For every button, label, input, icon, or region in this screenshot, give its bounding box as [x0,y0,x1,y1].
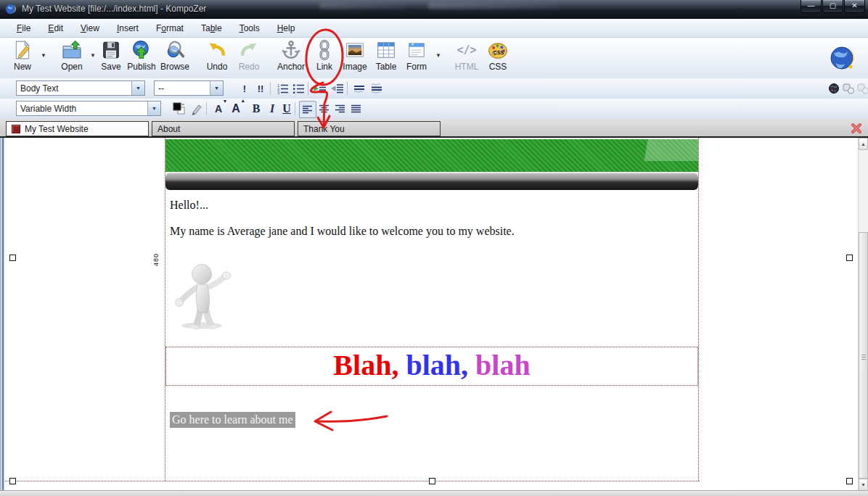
menu-insert[interactable]: Insert [110,21,145,36]
form-dropdown-arrow[interactable]: ▼ [435,52,441,59]
hello-text: Hello!... [170,199,208,212]
table-bottom-border [5,481,700,481]
paragraph-format-value: Body Text [17,81,131,95]
paragraph-spacing-button[interactable] [369,80,385,96]
preview-mode-button[interactable] [826,80,842,96]
css-palette-icon: CSS [488,40,508,60]
menu-help[interactable]: Help [271,21,302,36]
tab-thank-you[interactable]: Thank You [298,121,441,136]
align-center-button[interactable] [316,101,332,117]
emphasis-button[interactable]: ! [237,80,253,96]
decrease-font-button[interactable]: A▾ [210,101,226,117]
minimize-button[interactable]: — [801,0,822,13]
toolbar-separator [206,102,207,115]
scroll-down-icon[interactable]: ▼ [859,479,868,490]
align-right-button[interactable] [332,101,348,117]
main-toolbar: New ▼ Open ▼ Save [0,38,868,79]
scrollbar-grip [861,355,866,355]
align-left-button[interactable] [299,101,316,118]
numbered-list-icon: 1 2 3 [277,83,289,94]
blah-word-1: Blah, [333,349,398,381]
tab-my-test-website[interactable]: My Test Website [6,121,149,136]
selection-handle[interactable] [429,478,435,484]
menu-tools[interactable]: Tools [233,21,266,36]
combo-arrow-icon[interactable]: ▼ [147,102,160,115]
bold-button[interactable]: B [248,101,264,117]
blah-banner-cell[interactable]: Blah, blah, blah [165,347,698,386]
anchor-button[interactable]: Anchor [273,40,309,72]
indent-icon [314,83,327,94]
redo-button[interactable]: Redo [231,40,267,72]
css-label: CSS [480,62,516,72]
kompozer-app-icon [5,3,17,15]
indent-button[interactable] [312,80,328,96]
outdent-button[interactable] [329,80,345,96]
open-button[interactable]: Open [54,40,90,72]
numbered-list-button[interactable]: 1 2 3 [274,80,290,96]
tab-label: About [157,124,180,134]
menu-file[interactable]: File [10,21,37,36]
font-select[interactable]: Variable Width ▼ [16,101,161,116]
site-navbar [165,173,698,190]
browse-button[interactable]: Browse [157,40,193,72]
table-width-indicator[interactable]: 480 [150,245,160,274]
scroll-up-icon[interactable]: ▲ [859,138,868,150]
css-button[interactable]: CSS CSS [480,40,516,72]
menu-edit[interactable]: Edit [41,21,70,36]
new-dropdown-arrow[interactable]: ▼ [41,52,46,59]
close-tab-icon[interactable] [851,123,862,134]
increase-font-button[interactable]: A▴ [228,101,244,117]
close-button[interactable]: ✕ [844,0,865,13]
align-justify-button[interactable] [348,101,364,117]
paragraph-format-select[interactable]: Body Text ▼ [16,80,145,96]
svg-text:*: * [411,42,414,49]
maximize-button[interactable]: ▢ [822,0,843,13]
line-spacing-button[interactable] [351,80,367,96]
shapes-tool-2-button[interactable] [855,80,868,96]
shapes-tool-button[interactable] [840,80,856,96]
svg-text:3: 3 [277,91,279,95]
menu-view[interactable]: View [74,21,106,36]
status-bar [0,490,868,496]
selection-handle[interactable] [9,478,16,484]
selection-handle[interactable] [846,478,853,484]
menu-bar: File Edit View Insert Format Table Tools… [0,19,868,38]
scrollbar-thumb[interactable] [859,232,868,479]
site-banner [165,139,698,172]
window-left-border [0,138,5,490]
overlapping-shapes-icon [856,83,868,94]
selection-handle[interactable] [846,255,853,261]
publish-globe-icon [131,40,152,60]
form-button[interactable]: * Form [398,40,435,72]
menu-table[interactable]: Table [195,21,229,36]
welcome-figure-image[interactable] [170,260,238,330]
underline-button[interactable]: U [279,101,295,117]
svg-text:CSS: CSS [494,50,504,56]
window-controls: — ▢ ✕ [800,0,865,13]
document-tab-bar: My Test Website About Thank You [0,119,868,138]
combo-arrow-icon[interactable]: ▼ [131,81,144,95]
title-bar: My Test Website [file:/.../index.html] -… [0,0,868,20]
menu-format[interactable]: Format [150,21,190,36]
highlight-color-button[interactable] [189,101,205,117]
text-color-picker[interactable] [171,101,187,117]
bulleted-list-button[interactable] [290,80,306,96]
undo-button[interactable]: Undo [199,40,235,72]
strong-emphasis-button[interactable]: !! [253,80,269,96]
publish-button[interactable]: Publish [123,40,160,72]
selected-link-text[interactable]: Go here to learn about me [170,412,295,428]
vertical-scrollbar[interactable]: ▲ ▼ [858,138,868,490]
overlapping-shapes-icon [842,83,855,94]
editor-canvas[interactable]: Hello!... My name is Average jane and I … [0,138,868,490]
browse-label: Browse [157,62,193,72]
undo-arrow-icon [207,40,227,60]
background-window-artifact [428,2,559,9]
tab-about[interactable]: About [152,121,295,136]
undo-label: Undo [199,62,235,72]
selection-handle[interactable] [9,255,16,261]
class-select[interactable]: -- ▼ [154,80,224,96]
combo-arrow-icon[interactable]: ▼ [210,81,223,95]
italic-button[interactable]: I [264,101,280,117]
new-button[interactable]: New [4,40,41,72]
new-page-icon [12,40,33,60]
